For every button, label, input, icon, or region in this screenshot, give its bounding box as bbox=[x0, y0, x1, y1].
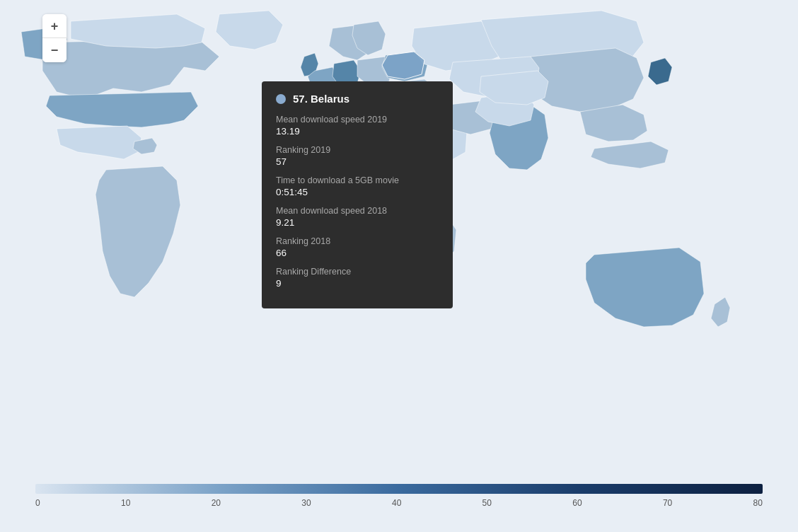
tooltip-label-5: Ranking Difference bbox=[276, 267, 439, 277]
tooltip-value-2: 0:51:45 bbox=[276, 187, 439, 197]
legend-bar bbox=[35, 484, 763, 494]
tooltip-value-5: 9 bbox=[276, 278, 439, 289]
legend-label-0: 0 bbox=[35, 498, 40, 508]
legend-label-30: 30 bbox=[301, 498, 311, 508]
legend-label-40: 40 bbox=[392, 498, 401, 508]
legend-label-20: 20 bbox=[212, 498, 221, 508]
tooltip-label-1: Ranking 2019 bbox=[276, 145, 439, 155]
tooltip-header: 57. Belarus bbox=[276, 93, 439, 105]
tooltip-row-3: Mean download speed 2018 9.21 bbox=[276, 206, 439, 228]
tooltip-value-1: 57 bbox=[276, 156, 439, 167]
tooltip-label-0: Mean download speed 2019 bbox=[276, 115, 439, 125]
tooltip-value-4: 66 bbox=[276, 248, 439, 258]
legend-label-60: 60 bbox=[572, 498, 582, 508]
tooltip-row-4: Ranking 2018 66 bbox=[276, 236, 439, 258]
tooltip-row-5: Ranking Difference 9 bbox=[276, 267, 439, 289]
legend-label-10: 10 bbox=[121, 498, 130, 508]
tooltip-label-4: Ranking 2018 bbox=[276, 236, 439, 246]
legend: 0 10 20 30 40 50 60 70 80 bbox=[35, 484, 763, 519]
zoom-in-button[interactable]: + bbox=[42, 14, 66, 38]
tooltip-row-2: Time to download a 5GB movie 0:51:45 bbox=[276, 175, 439, 197]
tooltip-row-1: Ranking 2019 57 bbox=[276, 145, 439, 167]
tooltip-value-3: 9.21 bbox=[276, 217, 439, 228]
tooltip-dot bbox=[276, 94, 286, 104]
legend-labels: 0 10 20 30 40 50 60 70 80 bbox=[35, 498, 763, 508]
tooltip-row-0: Mean download speed 2019 13.19 bbox=[276, 115, 439, 137]
zoom-out-button[interactable]: − bbox=[42, 38, 66, 62]
zoom-controls: + − bbox=[42, 14, 66, 62]
map-container[interactable]: + − 57. Belarus Mean download speed 2019… bbox=[0, 0, 798, 532]
tooltip-value-0: 13.19 bbox=[276, 126, 439, 137]
legend-label-70: 70 bbox=[663, 498, 672, 508]
legend-label-80: 80 bbox=[753, 498, 763, 508]
tooltip-label-2: Time to download a 5GB movie bbox=[276, 175, 439, 185]
tooltip: 57. Belarus Mean download speed 2019 13.… bbox=[262, 81, 453, 308]
tooltip-title: 57. Belarus bbox=[293, 93, 349, 105]
legend-label-50: 50 bbox=[482, 498, 492, 508]
tooltip-label-3: Mean download speed 2018 bbox=[276, 206, 439, 216]
